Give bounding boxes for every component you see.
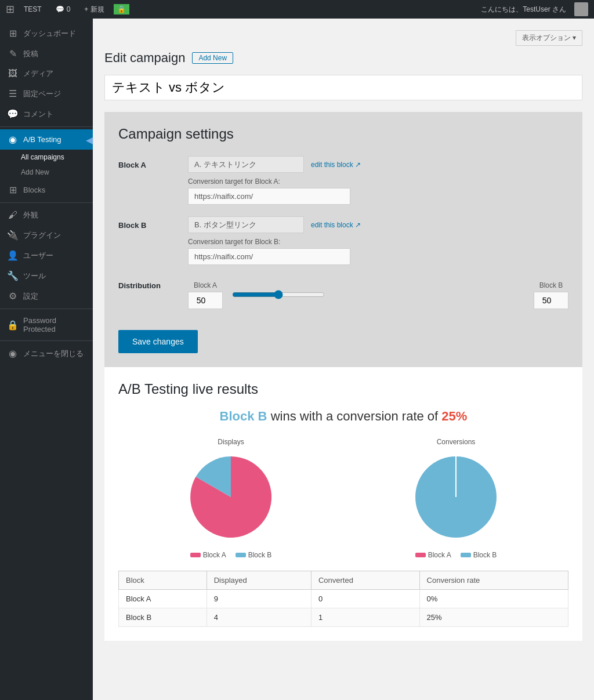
sidebar-item-label: Password Protected	[23, 316, 86, 333]
sidebar-item-comments[interactable]: 💬 コメント	[0, 104, 93, 124]
abtesting-icon: ◉	[7, 134, 19, 145]
lock-icon: 🔒	[7, 320, 19, 331]
page-title: Edit campaign	[104, 50, 185, 66]
block-a-label: Block A	[118, 156, 176, 169]
media-icon: 🖼	[7, 68, 19, 79]
add-new-label: Add New	[21, 168, 49, 176]
row-displayed-a: 9	[207, 590, 311, 608]
blocks-icon: ⊞	[7, 184, 19, 195]
winner-announcement: Block B wins with a conversion rate of 2…	[118, 409, 568, 424]
table-row: Block A 9 0 0%	[119, 590, 568, 608]
block-a-row: Block A edit this block ↗ Conversion tar…	[118, 156, 568, 205]
sidebar-item-close-menu[interactable]: ◉ メニューを閉じる	[0, 343, 93, 364]
submenu-all-campaigns[interactable]: All campaigns	[0, 150, 93, 165]
sidebar-item-blocks[interactable]: ⊞ Blocks	[0, 180, 93, 200]
row-rate-b: 25%	[419, 608, 568, 627]
block-a-conversion-label: Conversion target for Block A:	[188, 177, 568, 186]
display-options-button[interactable]: 表示オプション ▾	[516, 30, 582, 46]
conv-legend-block-b: Block B	[473, 551, 497, 559]
live-results-box: A/B Testing live results Block B wins wi…	[104, 367, 582, 641]
block-b-dist-input[interactable]	[534, 292, 568, 309]
distribution-label: Distribution	[118, 277, 176, 290]
submenu-add-new[interactable]: Add New	[0, 165, 93, 180]
row-displayed-b: 4	[207, 608, 311, 627]
sidebar-item-users[interactable]: 👤 ユーザー	[0, 245, 93, 266]
block-b-name-input[interactable]	[188, 216, 304, 233]
displays-chart: Displays Block A Block B	[184, 438, 277, 559]
sidebar-item-media[interactable]: 🖼 メディア	[0, 64, 93, 84]
plugins-icon: 🔌	[7, 230, 19, 241]
sidebar-item-settings[interactable]: ⚙ 設定	[0, 286, 93, 306]
sidebar-item-plugins[interactable]: 🔌 プラグイン	[0, 225, 93, 245]
menu-separator-3	[0, 309, 93, 309]
conversions-chart: Conversions Block A Block B	[410, 438, 502, 559]
conv-legend-block-a: Block A	[428, 551, 451, 559]
block-b-edit-link[interactable]: edit this block ↗	[311, 221, 361, 229]
block-a-edit-link[interactable]: edit this block ↗	[311, 161, 361, 169]
conversions-label: Conversions	[410, 438, 502, 446]
sidebar-item-appearance[interactable]: 🖌 外観	[0, 205, 93, 225]
sidebar-item-label: プラグイン	[23, 230, 61, 241]
conv-legend-dot-blue	[461, 553, 471, 557]
block-b-conversion-input[interactable]	[188, 248, 350, 265]
close-menu-icon: ◉	[7, 348, 19, 359]
legend-item-b: Block B	[236, 551, 272, 559]
legend-block-a: Block A	[203, 551, 226, 559]
block-b-content: edit this block ↗ Conversion target for …	[188, 216, 568, 265]
conversions-legend: Block A Block B	[410, 551, 502, 559]
menu-separator	[0, 126, 93, 127]
table-body: Block A 9 0 0% Block B 4 1 25%	[119, 590, 568, 627]
campaign-settings-box: Campaign settings Block A edit this bloc…	[104, 112, 582, 367]
displays-pie-svg	[184, 451, 277, 543]
sidebar-item-label: メディア	[23, 68, 53, 79]
campaign-name-input[interactable]	[104, 75, 582, 100]
save-changes-button[interactable]: Save changes	[118, 330, 198, 353]
comments-link[interactable]: 💬 0	[51, 5, 75, 13]
block-b-conversion-label: Conversion target for Block B:	[188, 238, 568, 246]
external-link-icon: ↗	[355, 161, 361, 169]
block-b-row: Block B edit this block ↗ Conversion tar…	[118, 216, 568, 265]
distribution-slider[interactable]	[232, 290, 325, 299]
sidebar-item-label: 外観	[23, 210, 38, 220]
menu-separator-2	[0, 202, 93, 203]
menu-arrow-icon: ◀	[86, 134, 93, 145]
sidebar-item-password-protected[interactable]: 🔒 Password Protected	[0, 311, 93, 338]
distribution-row: Distribution Block A Block B	[118, 277, 568, 309]
block-a-name-input[interactable]	[188, 156, 304, 173]
block-a-dist-group: Block A	[188, 281, 223, 309]
legend-item-a: Block A	[190, 551, 226, 559]
table-header-row: Block Displayed Converted Conversion rat…	[119, 571, 568, 590]
user-greeting: こんにちは、TestUser さん	[481, 5, 566, 14]
legend-dot-blue	[236, 553, 246, 557]
block-a-conversion-input[interactable]	[188, 188, 350, 205]
add-new-button[interactable]: Add New	[192, 52, 233, 64]
menu-separator-4	[0, 340, 93, 341]
page-header: Edit campaign Add New	[104, 50, 582, 66]
tools-icon: 🔧	[7, 270, 19, 281]
sidebar-item-dashboard[interactable]: ⊞ ダッシュボード	[0, 23, 93, 43]
all-campaigns-label: All campaigns	[21, 153, 64, 161]
sidebar-item-label: メニューを閉じる	[23, 349, 84, 359]
distribution-slider-container	[232, 290, 524, 301]
sidebar-item-label: A/B Testing	[23, 135, 61, 144]
row-rate-a: 0%	[419, 590, 568, 608]
site-name[interactable]: TEST	[19, 5, 46, 13]
sidebar-item-abtesting[interactable]: ◉ A/B Testing ◀	[0, 129, 93, 150]
new-content-link[interactable]: + 新規	[79, 5, 108, 14]
block-a-dist-input[interactable]	[188, 292, 223, 309]
winner-block-name: Block B	[220, 409, 267, 423]
sidebar-item-tools[interactable]: 🔧 ツール	[0, 266, 93, 286]
legend-dot-pink	[190, 553, 201, 557]
wp-logo-icon: ⊞	[6, 3, 15, 16]
settings-title: Campaign settings	[118, 126, 568, 142]
block-a-header: edit this block ↗	[188, 156, 568, 173]
sidebar-item-label: コメント	[23, 109, 53, 119]
main-content: 表示オプション ▾ Edit campaign Add New Campaign…	[93, 19, 594, 700]
sidebar-item-pages[interactable]: ☰ 固定ページ	[0, 84, 93, 104]
sidebar-item-label: 設定	[23, 291, 38, 302]
dist-block-a-label: Block A	[188, 281, 223, 289]
user-avatar	[574, 2, 588, 16]
table-header: Block Displayed Converted Conversion rat…	[119, 571, 568, 590]
row-block-b: Block B	[119, 608, 207, 627]
sidebar-item-posts[interactable]: ✎ 投稿	[0, 43, 93, 64]
